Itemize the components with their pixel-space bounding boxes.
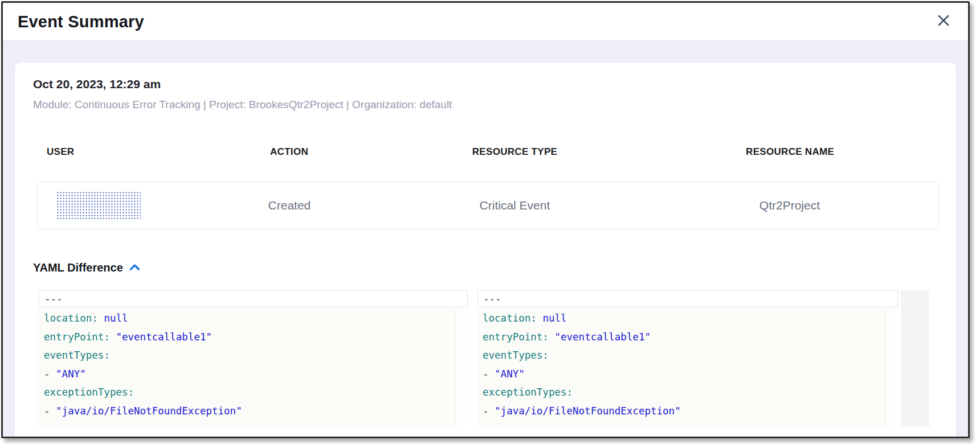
diff-scrollbar-track[interactable] xyxy=(901,290,929,427)
dialog-titlebar: Event Summary xyxy=(3,3,968,41)
code-line: eventTypes: xyxy=(39,346,468,365)
chevron-up-icon xyxy=(129,263,140,273)
left-panel-scrollbar[interactable] xyxy=(455,290,468,427)
audit-table-header: USER ACTION RESOURCE TYPE RESOURCE NAME xyxy=(36,146,939,158)
code-line: entryPoint: "eventcallable1" xyxy=(477,328,898,347)
action-cell: Created xyxy=(190,199,389,212)
yaml-panel-code: ---location: nullentryPoint: "eventcalla… xyxy=(477,290,898,421)
yaml-diff-viewer: ---location: nullentryPoint: "eventcalla… xyxy=(39,290,939,427)
column-header-action: ACTION xyxy=(190,146,388,158)
code-line: - "ANY" xyxy=(39,365,468,384)
right-panel-scrollbar[interactable] xyxy=(885,290,898,427)
code-line: location: null xyxy=(39,309,468,328)
redacted-user-pattern xyxy=(56,191,141,220)
code-line: --- xyxy=(39,290,468,307)
yaml-difference-label: YAML Difference xyxy=(33,261,123,274)
audit-table: USER ACTION RESOURCE TYPE RESOURCE NAME … xyxy=(36,146,939,229)
page-title: Event Summary xyxy=(18,13,144,31)
column-header-resource-type: RESOURCE TYPE xyxy=(389,146,642,158)
close-button[interactable] xyxy=(936,14,951,29)
code-line: location: null xyxy=(477,309,898,328)
code-line: entryPoint: "eventcallable1" xyxy=(39,328,468,347)
event-summary-dialog: Event Summary Oct 20, 2023, 12:29 am Mod… xyxy=(1,1,970,438)
yaml-panel-code: ---location: nullentryPoint: "eventcalla… xyxy=(39,290,468,421)
yaml-panel-left[interactable]: ---location: nullentryPoint: "eventcalla… xyxy=(39,290,468,427)
code-line: - "ANY" xyxy=(477,365,898,384)
code-line: exceptionTypes: xyxy=(477,383,898,402)
resource-type-cell: Critical Event xyxy=(389,199,641,212)
code-line: eventTypes: xyxy=(477,346,898,365)
column-header-user: USER xyxy=(36,146,190,158)
column-header-resource-name: RESOURCE NAME xyxy=(641,146,939,158)
code-line: - "java/io/FileNotFoundException" xyxy=(39,402,468,421)
event-meta: Module: Continuous Error Tracking | Proj… xyxy=(32,98,939,111)
yaml-difference-toggle[interactable]: YAML Difference xyxy=(33,261,140,274)
table-row: Created Critical Event Qtr2Project xyxy=(36,182,939,229)
code-line: - "java/io/FileNotFoundException" xyxy=(477,402,898,421)
user-cell xyxy=(37,191,190,220)
dialog-body: Oct 20, 2023, 12:29 am Module: Continuou… xyxy=(3,41,968,437)
close-icon xyxy=(937,14,950,29)
code-line: --- xyxy=(477,290,898,307)
event-card: Oct 20, 2023, 12:29 am Module: Continuou… xyxy=(15,63,956,437)
code-line: exceptionTypes: xyxy=(39,383,468,402)
event-timestamp: Oct 20, 2023, 12:29 am xyxy=(32,77,939,91)
yaml-panel-right[interactable]: ---location: nullentryPoint: "eventcalla… xyxy=(477,290,898,427)
resource-name-cell: Qtr2Project xyxy=(641,199,938,212)
